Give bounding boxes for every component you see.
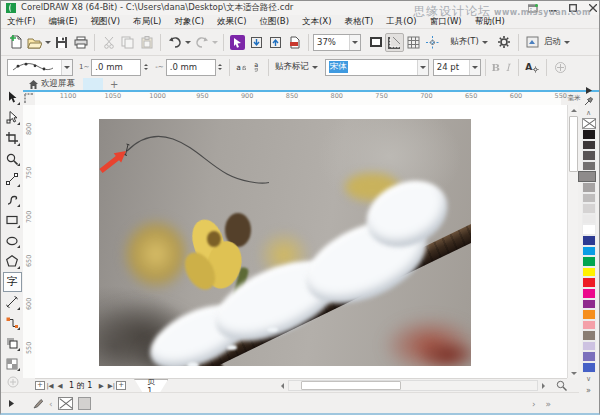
color-swatch[interactable]	[582, 320, 596, 331]
color-swatch[interactable]	[582, 193, 596, 204]
color-swatch[interactable]	[582, 214, 596, 225]
launch-label[interactable]: 启动	[544, 36, 561, 48]
show-rulers-icon[interactable]	[385, 33, 404, 52]
horizontal-ruler[interactable]: 110010501000950900850800750700650600550	[35, 92, 561, 105]
font-size-caret[interactable]	[469, 60, 480, 75]
options-gear-icon[interactable]	[495, 33, 514, 52]
color-swatch[interactable]	[582, 351, 596, 362]
outline-pen-icon[interactable]	[33, 398, 44, 409]
open-dropdown-caret[interactable]	[44, 34, 52, 50]
color-swatch[interactable]	[582, 309, 596, 320]
color-swatch[interactable]	[582, 299, 596, 310]
connector-tool[interactable]	[3, 313, 22, 334]
publish-pdf-icon[interactable]	[285, 33, 304, 52]
color-swatch[interactable]	[582, 203, 596, 214]
palette-scroll-down[interactable]: ∨	[586, 374, 591, 385]
snap-to-label[interactable]: 贴齐(T)	[450, 36, 479, 48]
text-tool[interactable]: 字	[3, 272, 22, 293]
horizontal-scroll-thumb[interactable]	[301, 381, 401, 390]
first-page-button[interactable]: |◀	[45, 380, 55, 392]
color-swatch[interactable]	[582, 341, 596, 352]
menu-item[interactable]: 窗口(W)	[430, 16, 462, 28]
minimize-button[interactable]	[547, 3, 558, 13]
zoom-level-caret[interactable]	[349, 35, 360, 50]
open-icon[interactable]	[25, 33, 44, 52]
search-content-icon[interactable]	[228, 33, 247, 52]
path-distance-spinner[interactable]	[141, 60, 150, 75]
add-page-end-icon[interactable]: +	[116, 381, 126, 390]
color-swatch[interactable]	[582, 161, 596, 172]
new-tab-button[interactable]: +	[103, 78, 125, 90]
status-overflow-icon[interactable]: »	[545, 399, 551, 409]
outline-color-indicator[interactable]	[78, 397, 91, 410]
palette-more-button[interactable]: »	[586, 385, 591, 396]
export-icon[interactable]	[266, 33, 285, 52]
artistic-media-tool[interactable]	[3, 190, 22, 211]
full-screen-preview-icon[interactable]	[366, 33, 385, 52]
path-distance-input[interactable]: .0 mm	[91, 59, 141, 76]
vertical-ruler[interactable]: 800750700650600550	[23, 105, 35, 378]
menu-item[interactable]: 文本(X)	[302, 16, 331, 28]
color-swatch[interactable]	[582, 246, 596, 257]
mirror-horizontal-icon[interactable]: aa	[234, 60, 249, 75]
page-tab[interactable]: 页1	[134, 379, 168, 392]
snap-to-caret[interactable]	[481, 34, 489, 50]
launch-caret[interactable]	[563, 34, 571, 50]
menu-item[interactable]: 视图(V)	[91, 16, 120, 28]
text-orientation-combo[interactable]	[7, 59, 73, 76]
status-flyout-icon[interactable]	[9, 400, 14, 407]
save-icon[interactable]	[52, 33, 71, 52]
menu-item[interactable]: 表格(T)	[344, 16, 373, 28]
palette-scroll-up[interactable]: ∧	[586, 107, 591, 118]
add-page-start-icon[interactable]: +	[35, 381, 45, 390]
text-properties-icon[interactable]: A	[523, 58, 542, 77]
scroll-right-button[interactable]	[538, 381, 549, 391]
color-swatch[interactable]	[582, 362, 596, 373]
color-swatch[interactable]	[582, 277, 596, 288]
show-grid-icon[interactable]	[404, 33, 423, 52]
tab-welcome-screen[interactable]: 欢迎屏幕	[23, 78, 83, 90]
color-swatch[interactable]	[582, 235, 596, 246]
previous-page-button[interactable]: ◀	[55, 380, 65, 392]
menu-item[interactable]: 文件(F)	[7, 16, 36, 28]
transparency-tool[interactable]	[3, 354, 22, 375]
tick-snapping-label[interactable]: 贴齐标记	[275, 61, 309, 73]
launcher-icon[interactable]	[523, 33, 542, 52]
color-swatch[interactable]	[582, 150, 596, 161]
vertical-scroll-thumb[interactable]	[569, 116, 578, 172]
fill-color-indicator[interactable]	[58, 397, 73, 410]
color-swatch[interactable]	[582, 224, 596, 235]
color-swatch[interactable]	[582, 129, 596, 140]
color-swatch[interactable]	[582, 267, 596, 278]
color-swatch[interactable]	[582, 140, 596, 151]
tick-snapping-caret[interactable]	[311, 59, 319, 75]
menu-item[interactable]: 帮助(H)	[475, 16, 505, 28]
menu-item[interactable]: 效果(C)	[217, 16, 247, 28]
menu-item[interactable]: 编辑(E)	[49, 16, 78, 28]
next-page-button[interactable]: ▶	[96, 380, 106, 392]
color-eyedropper-icon[interactable]	[584, 96, 593, 107]
undo-icon[interactable]	[165, 33, 184, 52]
menu-item[interactable]: 工具(O)	[386, 16, 416, 28]
vertical-scrollbar[interactable]	[567, 105, 578, 378]
horizontal-offset-spinner[interactable]	[216, 60, 225, 75]
scroll-left-button[interactable]	[277, 381, 288, 391]
horizontal-scrollbar[interactable]	[288, 380, 538, 391]
palette-flyout-icon[interactable]	[586, 85, 592, 96]
font-list-combo[interactable]: 宋体	[325, 59, 429, 76]
drawing-canvas[interactable]	[35, 105, 567, 378]
color-swatch[interactable]	[582, 330, 596, 341]
pick-tool[interactable]	[3, 87, 22, 108]
menu-item[interactable]: 对象(C)	[174, 16, 204, 28]
maximize-button[interactable]	[567, 3, 578, 13]
menu-item[interactable]: 位图(B)	[260, 16, 289, 28]
color-swatch[interactable]	[582, 288, 596, 299]
color-swatch[interactable]	[582, 256, 596, 267]
print-icon[interactable]	[71, 33, 90, 52]
scroll-up-button[interactable]	[568, 105, 579, 115]
import-icon[interactable]	[247, 33, 266, 52]
horizontal-offset-input[interactable]: .0 mm	[166, 59, 216, 76]
zoom-level-combo[interactable]: 37%	[313, 34, 361, 51]
tab-active-document[interactable]	[83, 78, 103, 90]
text-orientation-caret[interactable]	[61, 60, 72, 75]
